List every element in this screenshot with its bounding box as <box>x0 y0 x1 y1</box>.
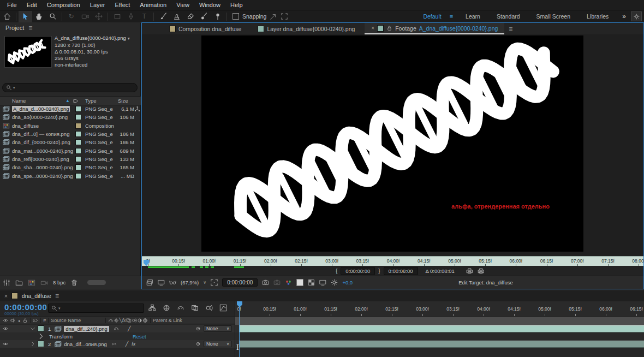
interpret-footage-icon[interactable] <box>3 279 10 287</box>
hide-shy-layers-icon[interactable] <box>177 304 184 312</box>
snap-to-frame-icon[interactable] <box>281 13 288 20</box>
project-item-name[interactable]: dna_spe...0000-0240}.png <box>12 173 73 179</box>
timeline-tab-label[interactable]: dna_diffuse <box>22 293 51 299</box>
project-search-input[interactable] <box>16 84 134 91</box>
home-tool[interactable] <box>0 11 14 22</box>
eraser-tool[interactable] <box>183 11 197 22</box>
layer-color-chip[interactable] <box>38 341 44 347</box>
graph-editor-icon[interactable] <box>219 304 227 312</box>
close-icon[interactable]: × <box>4 293 8 299</box>
menu-window[interactable]: Window <box>194 1 225 9</box>
quality-toggle[interactable]: ╱ <box>128 326 130 331</box>
column-header-size[interactable]: Size <box>118 98 141 104</box>
label-color-chip[interactable] <box>75 173 81 179</box>
project-item[interactable]: dna_dif_{0000-0240}.pngPNG Seq_e186 M <box>0 138 141 146</box>
selection-tool[interactable] <box>19 11 32 22</box>
project-item[interactable]: dna_dif...0] — копия.pngPNG Seq_e186 M <box>0 130 141 138</box>
project-item[interactable]: dna_spe...0000-0240}.pngPNG Seq_e... MB <box>0 171 141 180</box>
composition-mini-flowchart-icon[interactable] <box>148 304 156 312</box>
search-options-chevron[interactable]: ▾ <box>58 306 61 311</box>
puppet-pin-tool[interactable] <box>211 11 224 22</box>
chevron-right-icon[interactable] <box>30 341 35 347</box>
new-composition-icon[interactable] <box>28 279 35 287</box>
label-color-chip[interactable] <box>75 123 81 129</box>
snapshot-camera-icon[interactable] <box>262 279 269 286</box>
shy-toggle-icon[interactable] <box>111 341 117 347</box>
quality-toggle[interactable]: ╱ <box>126 341 128 347</box>
workspace-default[interactable]: Default <box>415 13 449 20</box>
project-item[interactable]: dna_diffuseComposition <box>0 122 141 130</box>
project-item-name[interactable]: A_dna_d...00-0240}.png <box>12 106 70 112</box>
trash-icon[interactable] <box>70 279 78 287</box>
label-color-chip[interactable] <box>75 131 81 137</box>
frame-blending-icon[interactable] <box>191 304 199 312</box>
project-item-name[interactable]: dna_dif...0] — копия.png <box>12 131 69 137</box>
workspace-small-screen[interactable]: Small Screen <box>528 13 579 20</box>
always-preview-icon[interactable] <box>146 279 153 286</box>
label-color-chip[interactable] <box>75 106 81 112</box>
tab-footage[interactable]: × Footage A_dna_diffuse{0000-0240}.png <box>365 23 504 34</box>
menu-edit[interactable]: Edit <box>22 1 42 9</box>
project-item-name[interactable]: dna_dif_{0000-0240}.png <box>12 139 70 145</box>
project-item-name[interactable]: dna_sha...0000-0240}.png <box>12 164 73 170</box>
project-item[interactable]: dna_refl{0000-0240}.pngPNG Seq_e133 M <box>0 155 141 163</box>
layer-row-1[interactable]: 1 dna_dif...240}.png ╱ None ∨ <box>0 325 235 332</box>
viewer-panel-menu-icon[interactable]: ≡ <box>509 25 512 33</box>
menu-layer[interactable]: Layer <box>85 1 110 9</box>
project-item[interactable]: dna_mat...0000-0240}.pngPNG Seq_e689 M <box>0 146 141 154</box>
timeline-time-ruler[interactable]: 0f00:15f01:00f01:15f02:00f02:15f03:00f03… <box>235 301 644 317</box>
layer-name[interactable]: dna_dif...опия.png <box>64 341 106 347</box>
label-color-chip[interactable] <box>75 164 81 170</box>
project-item-name[interactable]: dna_mat...0000-0240}.png <box>12 148 73 154</box>
primary-viewer-icon[interactable] <box>158 279 165 286</box>
project-panel-title[interactable]: Project <box>5 25 24 31</box>
workspace-overflow-chevrons[interactable]: » <box>617 13 631 20</box>
view-masks-icon[interactable] <box>169 279 176 286</box>
menu-effect[interactable]: Effect <box>110 1 135 9</box>
transparency-grid-icon[interactable] <box>296 279 303 286</box>
timeline-panel-menu-icon[interactable]: ≡ <box>55 292 59 300</box>
label-color-chip[interactable] <box>75 156 81 162</box>
workspace-settings-button[interactable] <box>631 11 642 21</box>
hand-tool[interactable] <box>32 11 46 22</box>
in-point-icon[interactable]: { <box>336 268 337 274</box>
chevron-down-icon[interactable]: ▾ <box>128 36 130 41</box>
source-name-column-header[interactable]: Source Name <box>51 318 103 323</box>
label-color-chip[interactable] <box>75 139 81 145</box>
tab-composition[interactable]: Composition dna_diffuse <box>163 23 248 34</box>
menu-composition[interactable]: Composition <box>42 1 85 9</box>
edit-in-timeline-icon[interactable] <box>477 267 485 275</box>
menu-view[interactable]: View <box>171 1 194 9</box>
label-color-chip[interactable] <box>75 148 81 154</box>
label-color-column-icon[interactable] <box>73 98 79 104</box>
chevron-down-icon[interactable] <box>30 326 35 331</box>
out-point-icon[interactable]: } <box>378 268 380 274</box>
project-item-name[interactable]: dna_diffuse <box>12 123 39 129</box>
menu-animation[interactable]: Animation <box>135 1 171 9</box>
new-folder-icon[interactable] <box>15 279 23 287</box>
motion-blur-icon[interactable] <box>205 304 213 312</box>
viewer-current-time[interactable]: 0:00:00:00 <box>222 278 258 287</box>
layer-2-duration-bar[interactable] <box>239 341 644 348</box>
exposure-value[interactable]: +0,0 <box>342 279 353 285</box>
project-item[interactable]: dna_ao{0000-0240}.pngPNG Seq_e106 M <box>0 113 141 121</box>
current-time-display[interactable]: 0:00:00:00 <box>4 302 47 312</box>
region-of-interest-icon[interactable] <box>211 279 218 286</box>
roto-brush-tool[interactable] <box>197 11 211 22</box>
footage-stage[interactable]: альфа, отрендеренная отдельно <box>201 35 583 252</box>
exposure-icon[interactable] <box>331 279 338 286</box>
fx-toggle[interactable]: fx <box>132 341 135 347</box>
project-item[interactable]: A_dna_d...00-0240}.pngPNG Seq_e6,1 M <box>0 105 141 113</box>
workspace-menu-icon[interactable]: ≡ <box>450 13 457 20</box>
clone-stamp-tool[interactable] <box>170 11 183 22</box>
out-point-time[interactable]: 0:00:08:00 <box>384 267 418 275</box>
shy-toggle-icon[interactable] <box>114 326 119 331</box>
workspace-standard[interactable]: Standard <box>488 13 528 20</box>
project-item-name[interactable]: dna_ao{0000-0240}.png <box>12 114 68 120</box>
workspace-libraries[interactable]: Libraries <box>579 13 617 20</box>
layer-row-2[interactable]: 2 dna_dif...опия.png ╱ fx None ∨ <box>0 340 235 348</box>
checkerboard-icon[interactable] <box>308 279 315 286</box>
transform-property-row[interactable]: Transform Reset <box>0 332 235 340</box>
pick-whip-icon[interactable] <box>195 326 201 331</box>
project-settings-icon[interactable] <box>40 279 48 287</box>
